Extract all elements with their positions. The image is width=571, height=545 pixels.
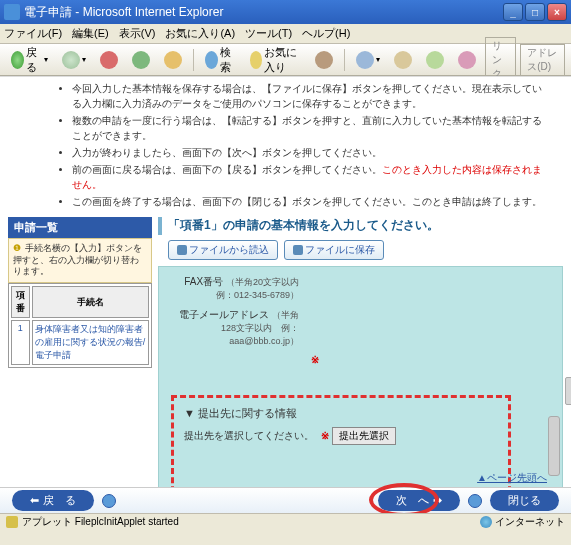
email-label: 電子メールアドレス （半角128文字以内 例：aaa@bbb.co.jp）	[167, 308, 307, 348]
panel-title: 「項番1」の申請の基本情報を入力してください。	[158, 217, 563, 234]
toolbar: 戻る▾ ▾ 検索 お気に入り ▾ リンク アドレス(D)	[0, 44, 571, 76]
home-icon	[164, 51, 182, 69]
tool-button-4[interactable]	[453, 48, 481, 72]
nav-icon-1[interactable]	[102, 494, 116, 508]
required-mark: ※	[311, 354, 319, 365]
warning-icon	[6, 516, 18, 528]
sidebar-note: ❶手続名横の【入力】ボタンを押すと、右の入力欄が切り替わります。	[8, 238, 152, 283]
bullet-5: この画面を終了する場合は、画面下の【閉じる】ボタンを押してください。このとき申請…	[72, 194, 551, 209]
tool-button-2[interactable]	[389, 48, 417, 72]
globe-icon	[480, 516, 492, 528]
nav-next-button[interactable]: 次 へ➡	[378, 490, 460, 511]
refresh-icon	[132, 51, 150, 69]
table-row[interactable]: 1身体障害者又は知的障害者の雇用に関する状況の報告/電子申請	[11, 320, 149, 365]
col-no: 項番	[11, 286, 30, 318]
nav-close-button[interactable]: 閉じる	[490, 490, 559, 511]
nav-row: ⬅戻 る 次 へ➡ 閉じる	[0, 487, 571, 513]
col-name: 手続名	[32, 286, 149, 318]
nav-back-button[interactable]: ⬅戻 る	[12, 490, 94, 511]
minimize-button[interactable]: _	[503, 3, 523, 21]
menu-edit[interactable]: 編集(E)	[72, 26, 109, 41]
forward-button[interactable]: ▾	[57, 48, 91, 72]
discuss-icon	[458, 51, 476, 69]
destination-text: 提出先を選択してください。	[184, 430, 314, 441]
menu-tools[interactable]: ツール(T)	[245, 26, 292, 41]
window-title: 電子申請 - Microsoft Internet Explorer	[24, 4, 223, 21]
menu-view[interactable]: 表示(V)	[119, 26, 156, 41]
arrow-right-icon: ➡	[433, 494, 442, 507]
window-close-button[interactable]: ×	[547, 3, 567, 21]
bullet-3: 入力が終わりましたら、画面下の【次へ】ボタンを押してください。	[72, 145, 551, 160]
content-area: 今回入力した基本情報を保存する場合は、【ファイルに保存】ボタンを押してください。…	[0, 76, 571, 529]
star-icon	[250, 51, 262, 69]
nav-icon-2[interactable]	[468, 494, 482, 508]
app-icon	[4, 4, 20, 20]
disk-icon	[293, 245, 303, 255]
load-file-button[interactable]: ファイルから読込	[168, 240, 278, 260]
maximize-button[interactable]: □	[525, 3, 545, 21]
search-icon	[205, 51, 218, 69]
favorites-button[interactable]: お気に入り	[245, 42, 307, 78]
menu-favorites[interactable]: お気に入り(A)	[165, 26, 235, 41]
arrow-left-icon: ⬅	[30, 494, 39, 507]
save-file-button[interactable]: ファイルに保存	[284, 240, 384, 260]
forward-icon	[62, 51, 80, 69]
instruction-list: 今回入力した基本情報を保存する場合は、【ファイルに保存】ボタンを押してください。…	[0, 77, 571, 217]
home-button[interactable]	[159, 48, 187, 72]
section-destination: ▼ 提出先に関する情報	[184, 406, 498, 421]
back-icon	[11, 51, 24, 69]
status-bar: アプレット FileplcInitApplet started インターネット	[0, 513, 571, 529]
mail-icon	[356, 51, 374, 69]
stop-button[interactable]	[95, 48, 123, 72]
bullet-4: 前の画面に戻る場合は、画面下の【戻る】ボタンを押してください。このとき入力した内…	[72, 162, 551, 192]
history-icon	[315, 51, 333, 69]
refresh-button[interactable]	[127, 48, 155, 72]
bullet-2: 複数の申請を一度に行う場合は、【転記する】ボタンを押すと、直前に入力していた基本…	[72, 113, 551, 143]
print-icon	[394, 51, 412, 69]
stop-icon	[100, 51, 118, 69]
tool-button-3[interactable]	[421, 48, 449, 72]
address-label[interactable]: アドレス(D)	[520, 44, 565, 76]
sidebar: 申請一覧 ❶手続名横の【入力】ボタンを押すと、右の入力欄が切り替わります。 項番…	[8, 217, 152, 529]
scroll-thumb[interactable]	[548, 416, 560, 476]
application-table: 項番手続名 1身体障害者又は知的障害者の雇用に関する状況の報告/電子申請	[8, 283, 152, 368]
page-top-link[interactable]: ▲ページ先頭へ	[477, 471, 547, 485]
outer-scroll-thumb[interactable]	[565, 377, 571, 405]
history-button[interactable]	[310, 48, 338, 72]
zone-indicator: インターネット	[480, 515, 565, 529]
menu-file[interactable]: ファイル(F)	[4, 26, 62, 41]
bullet-1: 今回入力した基本情報を保存する場合は、【ファイルに保存】ボタンを押してください。…	[72, 81, 551, 111]
status-text: アプレット FileplcInitApplet started	[22, 515, 179, 529]
window-titlebar: 電子申請 - Microsoft Internet Explorer _ □ ×	[0, 0, 571, 24]
back-button[interactable]: 戻る▾	[6, 42, 53, 78]
search-button[interactable]: 検索	[200, 42, 241, 78]
sidebar-header: 申請一覧	[8, 217, 152, 238]
folder-icon	[177, 245, 187, 255]
edit-icon	[426, 51, 444, 69]
fax-label: FAX番号 （半角20文字以内 例：012-345-6789）	[167, 275, 307, 302]
select-destination-button[interactable]: 提出先選択	[332, 427, 396, 445]
tool-button-1[interactable]: ▾	[351, 48, 385, 72]
menu-help[interactable]: ヘルプ(H)	[302, 26, 350, 41]
